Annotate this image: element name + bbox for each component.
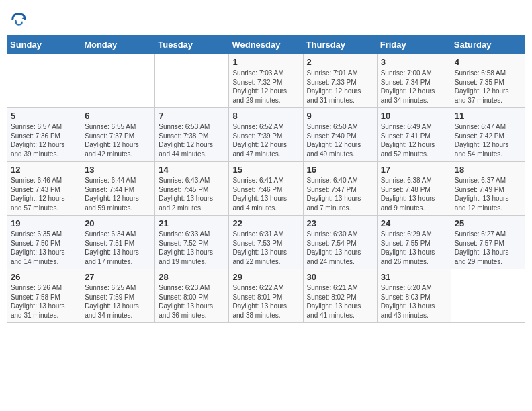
day-number: 26	[11, 272, 77, 282]
calendar-header-saturday: Saturday	[451, 36, 525, 54]
day-number: 4	[455, 57, 521, 67]
day-info: Sunrise: 6:30 AM Sunset: 7:54 PM Dayligh…	[307, 230, 373, 266]
day-number: 7	[159, 111, 225, 121]
week-row-1: 1Sunrise: 7:03 AM Sunset: 7:32 PM Daylig…	[7, 54, 525, 108]
day-info: Sunrise: 6:43 AM Sunset: 7:45 PM Dayligh…	[159, 176, 225, 212]
calendar-cell: 28Sunrise: 6:23 AM Sunset: 8:00 PM Dayli…	[155, 269, 229, 323]
calendar-cell	[7, 54, 81, 108]
day-info: Sunrise: 6:37 AM Sunset: 7:49 PM Dayligh…	[455, 176, 521, 212]
calendar-cell: 23Sunrise: 6:30 AM Sunset: 7:54 PM Dayli…	[303, 216, 377, 269]
day-number: 2	[307, 57, 373, 67]
day-number: 22	[232, 218, 299, 228]
day-info: Sunrise: 6:20 AM Sunset: 8:03 PM Dayligh…	[381, 283, 447, 320]
calendar-header-sunday: Sunday	[7, 36, 81, 54]
day-info: Sunrise: 6:29 AM Sunset: 7:55 PM Dayligh…	[381, 230, 447, 266]
calendar-cell: 15Sunrise: 6:41 AM Sunset: 7:46 PM Dayli…	[229, 162, 303, 216]
calendar-cell: 24Sunrise: 6:29 AM Sunset: 7:55 PM Dayli…	[377, 216, 451, 269]
week-row-3: 12Sunrise: 6:46 AM Sunset: 7:43 PM Dayli…	[7, 162, 525, 216]
calendar-cell: 27Sunrise: 6:25 AM Sunset: 7:59 PM Dayli…	[81, 269, 155, 323]
day-info: Sunrise: 6:34 AM Sunset: 7:51 PM Dayligh…	[85, 230, 151, 266]
calendar-cell: 19Sunrise: 6:35 AM Sunset: 7:50 PM Dayli…	[7, 216, 81, 269]
day-number: 31	[381, 272, 447, 282]
calendar-cell: 1Sunrise: 7:03 AM Sunset: 7:32 PM Daylig…	[229, 54, 303, 108]
calendar-header-row: SundayMondayTuesdayWednesdayThursdayFrid…	[7, 36, 525, 54]
day-number: 17	[381, 165, 447, 175]
calendar-cell	[155, 54, 229, 108]
calendar-cell: 7Sunrise: 6:53 AM Sunset: 7:38 PM Daylig…	[155, 108, 229, 162]
calendar-cell	[451, 269, 525, 323]
calendar-cell: 30Sunrise: 6:21 AM Sunset: 8:02 PM Dayli…	[303, 269, 377, 323]
calendar-header-monday: Monday	[81, 36, 155, 54]
day-info: Sunrise: 6:23 AM Sunset: 8:00 PM Dayligh…	[159, 283, 225, 320]
calendar-cell: 21Sunrise: 6:33 AM Sunset: 7:52 PM Dayli…	[155, 216, 229, 269]
calendar-cell: 17Sunrise: 6:38 AM Sunset: 7:48 PM Dayli…	[377, 162, 451, 216]
day-number: 21	[159, 218, 225, 228]
week-row-2: 5Sunrise: 6:57 AM Sunset: 7:36 PM Daylig…	[7, 108, 525, 162]
calendar-cell: 5Sunrise: 6:57 AM Sunset: 7:36 PM Daylig…	[7, 108, 81, 162]
day-number: 25	[455, 218, 521, 228]
day-info: Sunrise: 6:44 AM Sunset: 7:44 PM Dayligh…	[85, 176, 151, 212]
calendar-table: SundayMondayTuesdayWednesdayThursdayFrid…	[7, 35, 525, 323]
calendar-header-thursday: Thursday	[303, 36, 377, 54]
day-number: 10	[381, 111, 447, 121]
day-info: Sunrise: 6:25 AM Sunset: 7:59 PM Dayligh…	[85, 283, 151, 320]
calendar-cell: 4Sunrise: 6:58 AM Sunset: 7:35 PM Daylig…	[451, 54, 525, 108]
calendar-cell: 8Sunrise: 6:52 AM Sunset: 7:39 PM Daylig…	[229, 108, 303, 162]
calendar-cell: 29Sunrise: 6:22 AM Sunset: 8:01 PM Dayli…	[229, 269, 303, 323]
day-info: Sunrise: 6:50 AM Sunset: 7:40 PM Dayligh…	[307, 122, 373, 158]
calendar-header-tuesday: Tuesday	[155, 36, 229, 54]
calendar-cell: 22Sunrise: 6:31 AM Sunset: 7:53 PM Dayli…	[229, 216, 303, 269]
day-number: 1	[232, 57, 299, 67]
day-number: 27	[85, 272, 151, 282]
day-number: 16	[307, 165, 373, 175]
day-info: Sunrise: 6:40 AM Sunset: 7:47 PM Dayligh…	[307, 176, 373, 212]
day-info: Sunrise: 6:41 AM Sunset: 7:46 PM Dayligh…	[232, 176, 299, 212]
day-info: Sunrise: 6:57 AM Sunset: 7:36 PM Dayligh…	[11, 122, 77, 158]
day-info: Sunrise: 6:58 AM Sunset: 7:35 PM Dayligh…	[455, 68, 521, 105]
calendar-cell: 9Sunrise: 6:50 AM Sunset: 7:40 PM Daylig…	[303, 108, 377, 162]
day-number: 18	[455, 165, 521, 175]
logo	[9, 11, 30, 30]
calendar-cell: 11Sunrise: 6:47 AM Sunset: 7:42 PM Dayli…	[451, 108, 525, 162]
day-info: Sunrise: 7:03 AM Sunset: 7:32 PM Dayligh…	[232, 68, 299, 105]
day-info: Sunrise: 6:21 AM Sunset: 8:02 PM Dayligh…	[307, 283, 373, 320]
calendar-cell	[81, 54, 155, 108]
day-info: Sunrise: 6:22 AM Sunset: 8:01 PM Dayligh…	[232, 283, 299, 320]
week-row-4: 19Sunrise: 6:35 AM Sunset: 7:50 PM Dayli…	[7, 216, 525, 269]
day-info: Sunrise: 6:52 AM Sunset: 7:39 PM Dayligh…	[232, 122, 299, 158]
day-info: Sunrise: 6:26 AM Sunset: 7:58 PM Dayligh…	[11, 283, 77, 320]
calendar-cell: 13Sunrise: 6:44 AM Sunset: 7:44 PM Dayli…	[81, 162, 155, 216]
day-info: Sunrise: 6:35 AM Sunset: 7:50 PM Dayligh…	[11, 230, 77, 266]
day-number: 15	[232, 165, 299, 175]
day-number: 28	[159, 272, 225, 282]
calendar-cell: 20Sunrise: 6:34 AM Sunset: 7:51 PM Dayli…	[81, 216, 155, 269]
day-info: Sunrise: 7:01 AM Sunset: 7:33 PM Dayligh…	[307, 68, 373, 105]
day-info: Sunrise: 6:27 AM Sunset: 7:57 PM Dayligh…	[455, 230, 521, 266]
day-info: Sunrise: 6:55 AM Sunset: 7:37 PM Dayligh…	[85, 122, 151, 158]
day-info: Sunrise: 6:47 AM Sunset: 7:42 PM Dayligh…	[455, 122, 521, 158]
calendar-cell: 2Sunrise: 7:01 AM Sunset: 7:33 PM Daylig…	[303, 54, 377, 108]
calendar-cell: 12Sunrise: 6:46 AM Sunset: 7:43 PM Dayli…	[7, 162, 81, 216]
day-info: Sunrise: 6:49 AM Sunset: 7:41 PM Dayligh…	[381, 122, 447, 158]
calendar-cell: 26Sunrise: 6:26 AM Sunset: 7:58 PM Dayli…	[7, 269, 81, 323]
day-number: 19	[11, 218, 77, 228]
calendar-cell: 31Sunrise: 6:20 AM Sunset: 8:03 PM Dayli…	[377, 269, 451, 323]
day-number: 24	[381, 218, 447, 228]
calendar-cell: 25Sunrise: 6:27 AM Sunset: 7:57 PM Dayli…	[451, 216, 525, 269]
day-info: Sunrise: 6:31 AM Sunset: 7:53 PM Dayligh…	[232, 230, 299, 266]
day-number: 29	[232, 272, 299, 282]
day-info: Sunrise: 6:38 AM Sunset: 7:48 PM Dayligh…	[381, 176, 447, 212]
week-row-5: 26Sunrise: 6:26 AM Sunset: 7:58 PM Dayli…	[7, 269, 525, 323]
calendar-header-wednesday: Wednesday	[229, 36, 303, 54]
calendar-cell: 18Sunrise: 6:37 AM Sunset: 7:49 PM Dayli…	[451, 162, 525, 216]
calendar-header-friday: Friday	[377, 36, 451, 54]
day-info: Sunrise: 7:00 AM Sunset: 7:34 PM Dayligh…	[381, 68, 447, 105]
page-header	[7, 7, 525, 30]
day-number: 8	[232, 111, 299, 121]
day-number: 11	[455, 111, 521, 121]
day-number: 3	[381, 57, 447, 67]
calendar-cell: 3Sunrise: 7:00 AM Sunset: 7:34 PM Daylig…	[377, 54, 451, 108]
day-number: 6	[85, 111, 151, 121]
calendar-cell: 6Sunrise: 6:55 AM Sunset: 7:37 PM Daylig…	[81, 108, 155, 162]
day-number: 13	[85, 165, 151, 175]
